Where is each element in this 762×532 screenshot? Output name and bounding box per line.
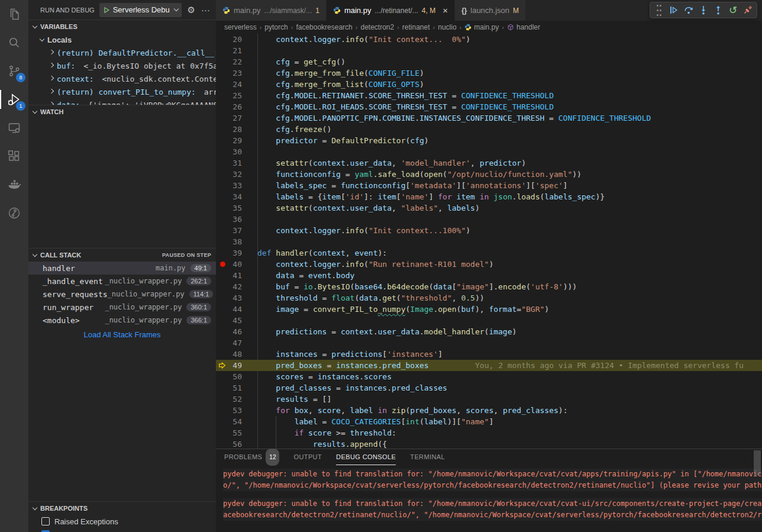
chevron-down-icon — [173, 7, 178, 11]
sidebar-item-extensions[interactable] — [0, 142, 28, 170]
stack-frame-row[interactable]: _handle_event_nuclio_wrapper.py262:1 — [28, 275, 216, 288]
variable-row[interactable]: context: <nuclio_sdk.context.Context obj… — [28, 72, 216, 85]
breadcrumb-item[interactable]: facebookresearch — [296, 23, 352, 31]
launch-config-label: Serverless Debu — [113, 5, 172, 14]
chevron-down-icon — [33, 505, 37, 510]
panel-scrollbar[interactable] — [754, 450, 761, 475]
chevron-right-icon: › — [260, 24, 262, 31]
chevron-right-icon: › — [433, 24, 435, 31]
code-editor[interactable]: 20 context.logger.info("Init context... … — [216, 34, 762, 449]
sidebar-item-search[interactable] — [0, 28, 28, 57]
breakpoint-raised-exceptions[interactable]: Raised Exceptions — [28, 515, 216, 528]
line-number: 30 — [216, 146, 242, 157]
drag-handle-icon[interactable] — [653, 4, 666, 17]
panel-tabs: PROBLEMS 12 OUTPUT DEBUG CONSOLE TERMINA… — [216, 449, 762, 465]
launch-config-dropdown[interactable]: Serverless Debu — [99, 3, 182, 17]
line-number: 33 — [216, 180, 242, 191]
breadcrumb-item-file[interactable]: main.py — [464, 23, 499, 31]
code-text: setattr(context.user_data, 'model_handle… — [257, 157, 526, 169]
tab-main-py-retinanet[interactable]: main.py .../retinanet/... 4, M × — [327, 0, 455, 21]
code-line: 25 cfg.MODEL.RETINANET.SCORE_THRESH_TEST… — [216, 90, 762, 101]
sidebar-item-git-graph[interactable] — [0, 199, 28, 227]
watch-header[interactable]: WATCH — [28, 105, 216, 118]
gear-icon[interactable]: ⚙ — [188, 5, 195, 14]
scope-locals[interactable]: Locals — [28, 33, 216, 46]
tab-debug-console[interactable]: DEBUG CONSOLE — [336, 449, 396, 465]
sidebar-item-source-control[interactable]: 8 — [0, 57, 28, 85]
restart-button[interactable]: ↺ — [727, 4, 740, 17]
code-line: 29 predictor = DefaultPredictor(cfg) — [216, 135, 762, 146]
call-stack-header[interactable]: CALL STACK PAUSED ON STEP — [28, 249, 216, 262]
line-number: 34 — [216, 191, 242, 202]
paused-status: PAUSED ON STEP — [162, 252, 211, 258]
close-icon[interactable]: × — [443, 5, 448, 15]
breadcrumb-item[interactable]: pytorch — [264, 23, 288, 31]
git-blame-annotation: You, 2 months ago via PR #3124 • Impleme… — [475, 360, 744, 371]
call-stack-section: CALL STACK PAUSED ON STEP handlermain.py… — [28, 248, 216, 501]
code-text: label = COCO_CATEGORIES[int(label)]["nam… — [257, 416, 493, 427]
code-line: 35 setattr(context.user_data, "labels", … — [216, 202, 762, 214]
variables-header[interactable]: VARIABLES — [28, 20, 216, 33]
breadcrumb-item-symbol[interactable]: handler — [507, 23, 540, 31]
code-text: cfg.MODEL.RETINANET.SCORE_THRESH_TEST = … — [257, 90, 554, 101]
code-text: results.append({ — [257, 439, 387, 449]
more-actions-icon[interactable]: ··· — [201, 5, 210, 14]
tab-filename: launch.json — [470, 6, 509, 15]
files-icon — [7, 7, 21, 21]
tab-output[interactable]: OUTPUT — [293, 449, 322, 465]
stack-frame-function: run_wrapper — [43, 303, 93, 312]
tab-problems[interactable]: PROBLEMS 12 — [224, 449, 279, 465]
sidebar-item-docker[interactable] — [0, 170, 28, 199]
variable-row[interactable]: data: {'image': 'iVBORw0KGgoAAAANSUhE… — [28, 98, 216, 105]
debug-console-output[interactable]: pydev debugger: unable to find translati… — [216, 465, 762, 528]
tab-main-py-siammask[interactable]: main.py .../siammask/... 1 — [216, 0, 327, 21]
breakpoint-uncaught-exceptions[interactable]: ✓ Uncaught Exceptions — [28, 528, 216, 532]
variable-row[interactable]: (return) convert_PIL_to_numpy: array([[[… — [28, 85, 216, 98]
code-line: 34 labels = {item['id']: item['name'] fo… — [216, 191, 762, 202]
code-line: 48 instances = predictions['instances'] — [216, 349, 762, 360]
tab-path: .../siammask/... — [264, 7, 312, 15]
chevron-right-icon — [49, 62, 54, 67]
continue-button[interactable] — [667, 4, 680, 17]
stack-frame-row[interactable]: <module>_nuclio_wrapper.py366:1 — [28, 314, 216, 327]
line-number: 22 — [216, 56, 242, 67]
breakpoints-header[interactable]: BREAKPOINTS — [28, 502, 216, 515]
sidebar-item-explorer[interactable] — [0, 0, 28, 28]
chevron-down-icon — [33, 23, 37, 28]
variable-name: buf: — [57, 62, 75, 70]
code-text: for box, score, label in zip(pred_boxes,… — [257, 405, 567, 416]
code-line: 49 pred_boxes = instances.pred_boxesYou,… — [216, 360, 762, 371]
breadcrumb-item[interactable]: retinanet — [402, 23, 430, 31]
code-text: cfg = get_cfg() — [257, 56, 346, 67]
sidebar-item-run-and-debug[interactable]: 1 — [0, 85, 28, 114]
stack-frame-row[interactable]: run_wrapper_nuclio_wrapper.py360:1 — [28, 301, 216, 314]
sidebar-title: RUN AND DEBUG — [40, 7, 95, 14]
debug-toolbar: ↺ — [650, 2, 757, 18]
tab-terminal[interactable]: TERMINAL — [410, 449, 445, 465]
line-number: 51 — [216, 382, 242, 394]
code-line: 28 cfg.freeze() — [216, 124, 762, 135]
code-line: 52 results = [] — [216, 394, 762, 405]
tab-filename: main.py — [344, 6, 372, 15]
stack-frame-row[interactable]: handlermain.py49:1 — [28, 262, 216, 275]
step-out-button[interactable] — [712, 4, 725, 17]
start-debug-icon[interactable] — [103, 7, 110, 14]
code-text: cfg.merge_from_file(CONFIG_FILE) — [257, 67, 424, 79]
variable-row[interactable]: (return) DefaultPredictor.__call__: {'in… — [28, 46, 216, 59]
breadcrumb-item[interactable]: nuclio — [438, 23, 456, 31]
step-into-button[interactable] — [697, 4, 710, 17]
breadcrumb-item[interactable]: detectron2 — [360, 23, 394, 31]
sidebar-item-remote-explorer[interactable] — [0, 114, 28, 142]
load-all-stack-frames-link[interactable]: Load All Stack Frames — [28, 330, 216, 339]
tab-launch-json[interactable]: {} launch.json M — [455, 0, 526, 21]
breadcrumb-item[interactable]: serverless — [224, 23, 257, 31]
code-line: 27 cfg.MODEL.PANOPTIC_FPN.COMBINE.INSTAN… — [216, 112, 762, 124]
watch-section: WATCH — [28, 105, 216, 248]
checkbox-unchecked[interactable] — [41, 517, 50, 525]
line-number: 41 — [216, 270, 242, 281]
step-over-button[interactable] — [682, 4, 695, 17]
variable-row[interactable]: buf: <_io.BytesIO object at 0x7f5a2dc1ec… — [28, 59, 216, 72]
chevron-right-icon: › — [356, 24, 358, 31]
disconnect-button[interactable] — [741, 4, 754, 17]
stack-frame-row[interactable]: serve_requests_nuclio_wrapper.py114:1 — [28, 288, 216, 301]
